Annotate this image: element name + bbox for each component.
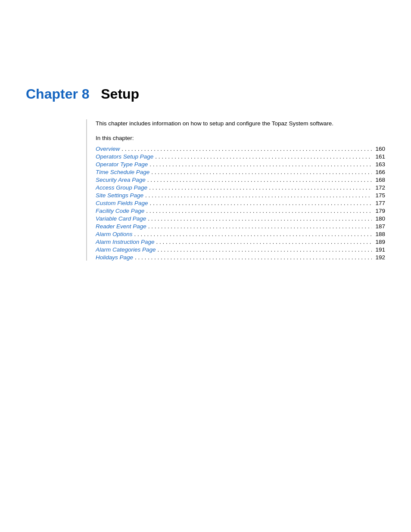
toc-page-number: 175 — [375, 192, 385, 199]
toc-link[interactable]: Access Group Page — [96, 184, 147, 191]
toc-link[interactable]: Operators Setup Page — [96, 153, 153, 160]
toc-item: Operators Setup Page161 — [96, 153, 385, 160]
toc-dots — [145, 192, 372, 199]
chapter-header: Chapter 8 Setup — [0, 0, 411, 119]
toc-dots — [150, 200, 372, 206]
toc-item: Time Schedule Page166 — [96, 169, 385, 175]
toc-item: Access Group Page172 — [96, 184, 385, 191]
toc-dots — [121, 146, 372, 152]
toc-item: Alarm Categories Page191 — [96, 246, 385, 253]
toc-dots — [134, 231, 372, 237]
toc-link[interactable]: Operator Type Page — [96, 161, 148, 168]
toc-page-number: 187 — [375, 223, 385, 230]
toc-dots — [135, 254, 372, 261]
toc-page-number: 179 — [375, 208, 385, 214]
toc-link[interactable]: Reader Event Page — [96, 223, 146, 230]
toc-dots — [149, 161, 372, 168]
toc-item: Variable Card Page180 — [96, 215, 385, 222]
toc-dots — [146, 208, 372, 214]
toc-link[interactable]: Time Schedule Page — [96, 169, 149, 175]
content-area: This chapter includes information on how… — [86, 119, 385, 261]
toc-item: Holidays Page192 — [96, 254, 385, 261]
toc-page-number: 168 — [375, 177, 385, 183]
toc-link[interactable]: Custom Fields Page — [96, 200, 148, 206]
toc-list: Overview160Operators Setup Page161Operat… — [96, 146, 385, 261]
intro-paragraph: This chapter includes information on how… — [96, 119, 385, 128]
toc-link[interactable]: Overview — [96, 146, 120, 152]
toc-dots — [156, 239, 372, 245]
toc-dots — [148, 223, 372, 230]
toc-page-number: 191 — [375, 246, 385, 253]
toc-page-number: 180 — [375, 215, 385, 222]
toc-page-number: 166 — [375, 169, 385, 175]
toc-page-number: 160 — [375, 146, 385, 152]
toc-item: Alarm Options188 — [96, 231, 385, 237]
toc-dots — [158, 246, 372, 253]
toc-item: Facility Code Page179 — [96, 208, 385, 214]
toc-item: Overview160 — [96, 146, 385, 152]
in-chapter-label: In this chapter: — [96, 135, 385, 141]
toc-link[interactable]: Security Area Page — [96, 177, 146, 183]
chapter-label: Chapter 8 — [26, 86, 90, 102]
toc-link[interactable]: Alarm Instruction Page — [96, 239, 155, 245]
toc-page-number: 161 — [375, 153, 385, 160]
toc-dots — [151, 169, 372, 175]
toc-dots — [147, 177, 372, 183]
toc-item: Alarm Instruction Page189 — [96, 239, 385, 245]
toc-link[interactable]: Facility Code Page — [96, 208, 144, 214]
toc-page-number: 163 — [375, 161, 385, 168]
toc-link[interactable]: Holidays Page — [96, 254, 133, 261]
toc-item: Operator Type Page163 — [96, 161, 385, 168]
toc-link[interactable]: Alarm Options — [96, 231, 133, 237]
toc-item: Custom Fields Page177 — [96, 200, 385, 206]
toc-link[interactable]: Variable Card Page — [96, 215, 146, 222]
toc-page-number: 177 — [375, 200, 385, 206]
page-container: Chapter 8 Setup This chapter includes in… — [0, 0, 411, 532]
toc-link[interactable]: Alarm Categories Page — [96, 246, 156, 253]
toc-dots — [155, 153, 372, 160]
chapter-title: Chapter 8 Setup — [26, 86, 385, 102]
toc-item: Security Area Page168 — [96, 177, 385, 183]
toc-dots — [148, 215, 372, 222]
toc-item: Site Settings Page175 — [96, 192, 385, 199]
toc-page-number: 172 — [375, 184, 385, 191]
toc-link[interactable]: Site Settings Page — [96, 192, 143, 199]
toc-dots — [149, 184, 372, 191]
toc-page-number: 189 — [375, 239, 385, 245]
chapter-name: Setup — [101, 86, 139, 102]
toc-item: Reader Event Page187 — [96, 223, 385, 230]
toc-page-number: 188 — [375, 231, 385, 237]
toc-page-number: 192 — [375, 254, 385, 261]
